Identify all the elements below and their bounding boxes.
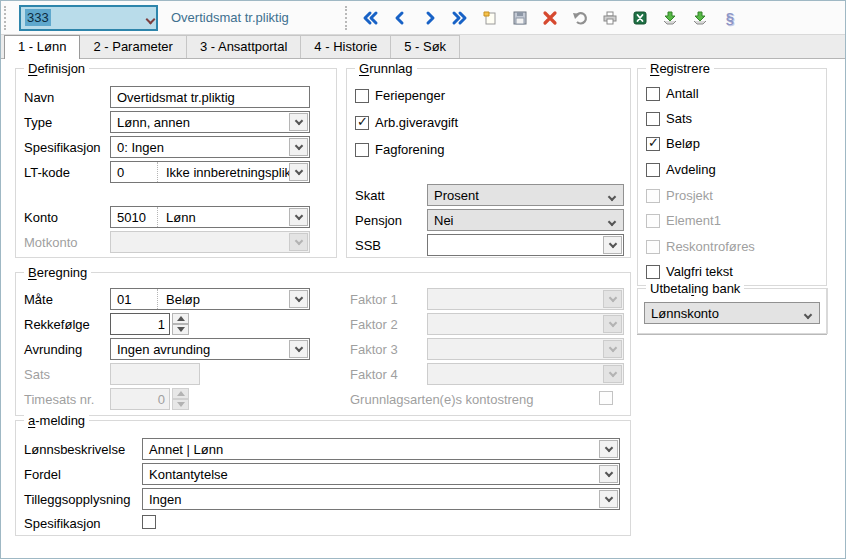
chevron-down-icon[interactable] bbox=[599, 465, 618, 483]
pensjon-dropdown[interactable]: Nei bbox=[427, 209, 624, 231]
navn-input[interactable]: Overtidsmat tr.pliktig bbox=[110, 86, 310, 108]
delete-icon[interactable] bbox=[539, 7, 561, 29]
valgfri-tekst-checkbox[interactable]: Valgfri tekst bbox=[646, 264, 733, 279]
lt-kode-label: LT-kode bbox=[24, 165, 70, 180]
toolbar-gripper[interactable] bbox=[4, 6, 9, 30]
faktor1-dropdown bbox=[427, 288, 624, 310]
chevron-down-icon[interactable] bbox=[289, 138, 308, 156]
chevron-down-icon[interactable] bbox=[289, 290, 308, 308]
next-record-icon[interactable] bbox=[419, 7, 441, 29]
faktor4-label: Faktor 4 bbox=[350, 367, 398, 382]
fagforening-checkbox[interactable]: Fagforening bbox=[355, 142, 444, 157]
faktor2-dropdown bbox=[427, 313, 624, 335]
kontostreng-label: Grunnlagsarten(e)s kontostreng bbox=[350, 392, 534, 407]
avdeling-checkbox[interactable]: Avdeling bbox=[646, 162, 716, 177]
toolbar-record-area: 333 Overtidsmat tr.pliktig bbox=[12, 6, 342, 30]
timesats-spinner bbox=[172, 388, 189, 410]
chevron-down-icon[interactable] bbox=[599, 440, 618, 458]
sats-label: Sats bbox=[24, 367, 50, 382]
rekkefolge-input[interactable]: 1 bbox=[110, 313, 170, 335]
tilleggsopplysning-dropdown[interactable]: Ingen bbox=[142, 488, 620, 510]
mate-label: Måte bbox=[24, 292, 53, 307]
group-definisjon: Definisjon Navn Overtidsmat tr.pliktig T… bbox=[15, 68, 337, 258]
utbetaling-bank-dropdown[interactable]: Lønnskonto bbox=[644, 302, 820, 324]
toolbar-buttons: § bbox=[359, 7, 741, 29]
motkonto-dropdown bbox=[110, 231, 310, 253]
fordel-dropdown[interactable]: Kontantytelse bbox=[142, 463, 620, 485]
faktor3-label: Faktor 3 bbox=[350, 342, 398, 357]
paragraph-icon[interactable]: § bbox=[719, 7, 741, 29]
download-icon[interactable] bbox=[689, 7, 711, 29]
avrunding-dropdown[interactable]: Ingen avrunding bbox=[110, 338, 310, 360]
chevron-down-icon[interactable] bbox=[599, 490, 618, 508]
chevron-down-icon bbox=[289, 233, 308, 251]
belop-checkbox[interactable]: Beløp bbox=[646, 136, 700, 151]
chevron-down-icon[interactable] bbox=[289, 163, 308, 181]
spinner-up-icon bbox=[172, 388, 189, 399]
group-amelding: a-melding Lønnsbeskrivelse Annet | Lønn … bbox=[15, 420, 631, 536]
spinner-up-icon[interactable] bbox=[172, 313, 189, 324]
chevron-down-icon bbox=[603, 365, 622, 383]
tab-historie[interactable]: 4 - Historie bbox=[300, 35, 391, 58]
arbgiveravgift-checkbox[interactable]: Arb.giveravgift bbox=[355, 115, 458, 130]
timesats-input: 0 bbox=[110, 388, 170, 410]
spinner-down-icon[interactable] bbox=[172, 324, 189, 335]
antall-checkbox[interactable]: Antall bbox=[646, 86, 699, 101]
group-utbetaling-legend: Utbetaling bank bbox=[646, 281, 744, 296]
print-icon[interactable] bbox=[599, 7, 621, 29]
chevron-down-icon bbox=[603, 340, 622, 358]
konto-dropdown[interactable]: 5010Lønn bbox=[110, 206, 310, 228]
last-record-icon[interactable] bbox=[449, 7, 471, 29]
chevron-down-icon[interactable] bbox=[289, 208, 308, 226]
rekkefolge-spinner[interactable] bbox=[172, 313, 189, 335]
skatt-label: Skatt bbox=[355, 188, 385, 203]
type-dropdown[interactable]: Lønn, annen bbox=[110, 111, 310, 133]
excel-export-icon[interactable] bbox=[629, 7, 651, 29]
mate-dropdown[interactable]: 01Beløp bbox=[110, 288, 310, 310]
first-record-icon[interactable] bbox=[359, 7, 381, 29]
faktor2-label: Faktor 2 bbox=[350, 317, 398, 332]
tab-sok[interactable]: 5 - Søk bbox=[390, 35, 460, 58]
lonnsbeskrivelse-dropdown[interactable]: Annet | Lønn bbox=[142, 438, 620, 460]
tab-strip: 1 - Lønn 2 - Parameter 3 - Ansattportal … bbox=[1, 35, 845, 59]
record-number-value: 333 bbox=[25, 9, 51, 26]
kontostreng-checkbox bbox=[599, 391, 613, 405]
chevron-down-icon[interactable] bbox=[289, 113, 308, 131]
group-definisjon-legend: Definisjon bbox=[24, 61, 89, 76]
toolbar-gripper-2[interactable] bbox=[345, 6, 350, 30]
skatt-dropdown[interactable]: Prosent bbox=[427, 184, 624, 206]
group-registrere: Registrere Antall Sats Beløp Avdeling Pr… bbox=[637, 68, 827, 286]
spesifikasjon-dropdown[interactable]: 0: Ingen bbox=[110, 136, 310, 158]
tab-parameter[interactable]: 2 - Parameter bbox=[79, 35, 186, 58]
chevron-down-icon[interactable] bbox=[147, 11, 154, 26]
import-icon[interactable] bbox=[659, 7, 681, 29]
ssb-label: SSB bbox=[355, 238, 381, 253]
lt-kode-dropdown[interactable]: 0Ikke innberetningspliktig bbox=[110, 161, 310, 183]
new-record-icon[interactable] bbox=[479, 7, 501, 29]
undo-icon[interactable] bbox=[569, 7, 591, 29]
tab-lonn[interactable]: 1 - Lønn bbox=[4, 35, 80, 59]
faktor3-dropdown bbox=[427, 338, 624, 360]
chevron-down-icon bbox=[609, 188, 615, 203]
previous-record-icon[interactable] bbox=[389, 7, 411, 29]
tab-ansattportal[interactable]: 3 - Ansattportal bbox=[186, 35, 301, 58]
spesifikasjon-label: Spesifikasjon bbox=[24, 140, 101, 155]
group-utbetaling-bank: Utbetaling bank Lønnskonto bbox=[637, 288, 827, 334]
save-icon[interactable] bbox=[509, 7, 531, 29]
type-label: Type bbox=[24, 115, 52, 130]
amelding-spesifikasjon-checkbox[interactable] bbox=[142, 515, 156, 529]
chevron-down-icon bbox=[603, 290, 622, 308]
record-number-combobox[interactable]: 333 bbox=[20, 6, 157, 30]
chevron-down-icon bbox=[805, 306, 811, 321]
sats-checkbox[interactable]: Sats bbox=[646, 111, 692, 126]
tilleggsopplysning-label: Tilleggsopplysning bbox=[24, 492, 130, 507]
feriepenger-checkbox[interactable]: Feriepenger bbox=[355, 88, 445, 103]
chevron-down-icon bbox=[603, 315, 622, 333]
tab-content-lonn: Definisjon Navn Overtidsmat tr.pliktig T… bbox=[1, 59, 845, 558]
group-beregning-legend: Beregning bbox=[24, 265, 91, 280]
reskontrofores-checkbox: Reskontroføres bbox=[646, 239, 755, 254]
spinner-down-icon bbox=[172, 399, 189, 410]
chevron-down-icon[interactable] bbox=[603, 236, 622, 254]
chevron-down-icon[interactable] bbox=[289, 340, 308, 358]
ssb-dropdown[interactable] bbox=[427, 234, 624, 256]
